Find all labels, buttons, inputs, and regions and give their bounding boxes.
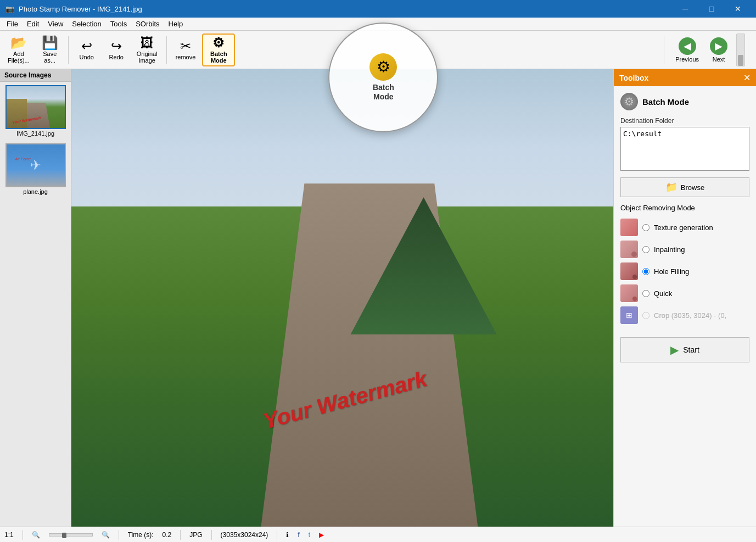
time-value: 0.2 — [163, 531, 172, 539]
texture-label: Texture generation — [654, 223, 713, 232]
info-icon[interactable]: ℹ — [286, 531, 289, 539]
road-scene: Your Watermark — [71, 69, 613, 527]
source-images-list: Your Watermark IMG_2141.jpg Air Force ✈ … — [0, 82, 71, 527]
close-button[interactable]: ✕ — [725, 0, 751, 18]
image-thumb-plane: Air Force ✈ — [5, 143, 66, 187]
batch-mode-gear-icon: ⚙ — [620, 93, 638, 110]
source-panel-title: Source Images — [0, 69, 71, 82]
canvas-area[interactable]: Your Watermark — [71, 69, 613, 527]
redo-label: Redo — [109, 54, 124, 60]
toolbox-header: Toolbox ✕ — [614, 69, 756, 86]
remove-button[interactable]: ✂ remove — [171, 33, 200, 66]
title-bar: 📷 Photo Stamp Remover - IMG_2141.jpg ─ □… — [0, 0, 756, 18]
start-label: Start — [683, 345, 699, 354]
mode-crop[interactable]: ⊞ Crop (3035, 3024) - (0, — [620, 304, 749, 326]
youtube-icon[interactable]: ▶ — [319, 531, 324, 539]
crop-label: Crop (3035, 3024) - (0, — [654, 311, 726, 320]
facebook-icon[interactable]: f — [298, 531, 299, 539]
texture-radio[interactable] — [642, 224, 649, 231]
batch-mode-icon: ⚙ — [212, 36, 225, 49]
mode-inpainting[interactable]: Inpainting — [620, 238, 749, 260]
add-files-button[interactable]: 📂 AddFile(s)... — [3, 33, 34, 66]
batch-mode-label: BatchMode — [210, 51, 227, 64]
undo-label: Undo — [80, 54, 94, 60]
maximize-button[interactable]: □ — [699, 0, 724, 18]
redo-button[interactable]: ↪ Redo — [103, 33, 130, 66]
mode-hole-filling[interactable]: Hole Filling — [620, 260, 749, 282]
mode-texture[interactable]: Texture generation — [620, 216, 749, 238]
image-name-plane: plane.jpg — [23, 188, 48, 195]
twitter-icon[interactable]: t — [309, 531, 310, 539]
status-divider-2 — [119, 530, 119, 540]
menu-sorbits[interactable]: SОrbits — [131, 19, 164, 29]
zoom-in-icon[interactable]: 🔍 — [102, 531, 110, 539]
source-image-item-plane[interactable]: Air Force ✈ plane.jpg — [2, 142, 69, 196]
next-label: Next — [713, 56, 725, 63]
batch-popup-icon: ⚙ — [369, 53, 397, 81]
time-label: Time (s): — [128, 531, 154, 539]
status-divider-5 — [277, 530, 277, 540]
start-button[interactable]: ▶ Start — [620, 337, 749, 362]
save-as-label: Saveas... — [43, 51, 57, 64]
batch-popup-overlay: ⚙ BatchMode — [328, 23, 438, 132]
object-removing-label: Object Removing Mode — [620, 204, 749, 212]
batch-popup-content: ⚙ BatchMode — [369, 53, 397, 102]
quick-icon — [620, 284, 638, 302]
redo-icon: ↪ — [111, 40, 122, 53]
main-image: Your Watermark — [71, 69, 613, 527]
inpainting-icon — [620, 241, 638, 258]
menu-selection[interactable]: Selection — [68, 19, 105, 29]
crop-radio[interactable] — [642, 312, 649, 319]
hole-filling-radio[interactable] — [642, 268, 649, 275]
add-files-icon: 📂 — [10, 36, 27, 49]
previous-label: Previous — [675, 56, 699, 63]
title-bar-left: 📷 Photo Stamp Remover - IMG_2141.jpg — [5, 5, 142, 13]
browse-button[interactable]: 📁 Browse — [620, 177, 749, 197]
inpainting-radio[interactable] — [642, 246, 649, 253]
original-image-icon: 🖼 — [141, 36, 154, 49]
mode-quick[interactable]: Quick — [620, 282, 749, 304]
separator-1 — [68, 36, 69, 64]
status-divider-4 — [211, 530, 212, 540]
toolbox-close-button[interactable]: ✕ — [743, 72, 751, 83]
undo-icon: ↩ — [81, 40, 92, 53]
menu-file[interactable]: File — [2, 19, 23, 29]
toolbar-scrollbar[interactable] — [736, 33, 745, 66]
app-icon: 📷 — [5, 5, 14, 13]
title-bar-controls: ─ □ ✕ — [673, 0, 751, 18]
original-image-label: OriginalImage — [137, 51, 158, 64]
next-button[interactable]: ▶ Next — [705, 33, 732, 66]
texture-icon — [620, 219, 638, 236]
menu-edit[interactable]: Edit — [23, 19, 43, 29]
toolbar-scroll-thumb — [738, 55, 743, 66]
browse-folder-icon: 📁 — [665, 181, 677, 193]
quick-radio[interactable] — [642, 290, 649, 297]
image-thumb-img2141: Your Watermark — [5, 85, 66, 129]
save-as-button[interactable]: 💾 Saveas... — [36, 33, 64, 66]
save-as-icon: 💾 — [42, 36, 58, 49]
menu-help[interactable]: Help — [164, 19, 188, 29]
destination-folder-label: Destination Folder — [620, 117, 749, 125]
zoom-level: 1:1 — [4, 531, 14, 539]
nav-buttons: ◀ Previous ▶ Next — [664, 31, 745, 69]
previous-icon: ◀ — [679, 37, 696, 55]
menu-tools[interactable]: Tools — [106, 19, 131, 29]
original-image-button[interactable]: 🖼 OriginalImage — [132, 33, 162, 66]
zoom-slider[interactable] — [49, 533, 93, 537]
hole-filling-icon — [620, 262, 638, 280]
browse-label: Browse — [681, 183, 704, 192]
destination-folder-input[interactable]: C:\result — [620, 127, 749, 171]
undo-button[interactable]: ↩ Undo — [73, 33, 100, 66]
zoom-slider-thumb — [62, 533, 66, 538]
menu-view[interactable]: View — [43, 19, 68, 29]
next-icon: ▶ — [710, 37, 727, 55]
hole-filling-label: Hole Filling — [654, 267, 689, 276]
toolbar: 📂 AddFile(s)... 💾 Saveas... ↩ Undo ↪ Red… — [0, 31, 756, 69]
batch-mode-button[interactable]: ⚙ BatchMode — [202, 33, 235, 66]
crop-icon: ⊞ — [620, 306, 638, 324]
object-removing-section: Object Removing Mode Texture generation … — [620, 204, 749, 326]
zoom-out-icon[interactable]: 🔍 — [32, 531, 40, 539]
source-image-item[interactable]: Your Watermark IMG_2141.jpg — [2, 84, 69, 138]
previous-button[interactable]: ◀ Previous — [671, 33, 703, 66]
minimize-button[interactable]: ─ — [673, 0, 698, 18]
